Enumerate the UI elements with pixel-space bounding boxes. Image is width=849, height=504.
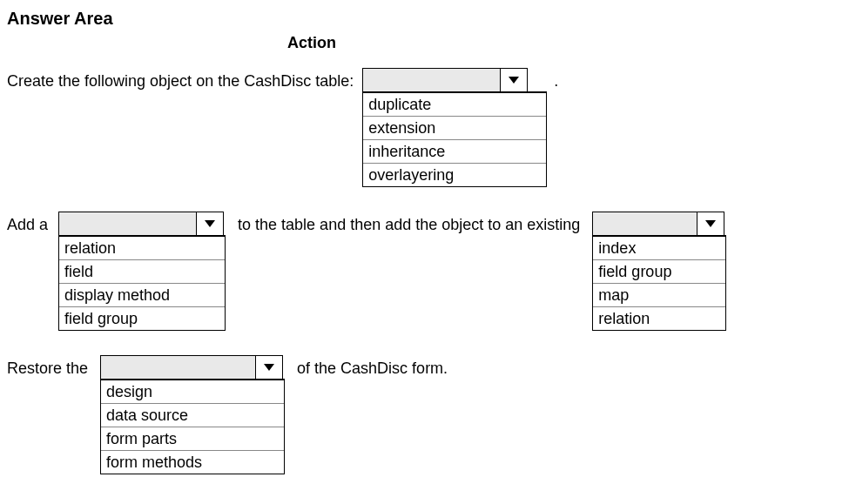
dropdown-option[interactable]: form parts bbox=[101, 427, 284, 451]
chevron-down-icon[interactable] bbox=[500, 69, 527, 91]
dropdown-options-list: index field group map relation bbox=[592, 235, 726, 331]
dropdown-options-list: design data source form parts form metho… bbox=[100, 379, 285, 474]
chevron-down-icon[interactable] bbox=[255, 356, 282, 379]
dropdown-option[interactable]: map bbox=[593, 284, 725, 307]
dropdown-option[interactable]: overlayering bbox=[363, 164, 546, 186]
dropdown-header[interactable] bbox=[58, 212, 224, 236]
dropdown-option[interactable]: field group bbox=[59, 307, 225, 330]
action-heading: Action bbox=[7, 34, 617, 52]
row3-text-before: Restore the bbox=[7, 355, 88, 381]
dropdown-option[interactable]: extension bbox=[363, 117, 546, 140]
svg-marker-2 bbox=[705, 220, 716, 227]
dropdown-selected-value bbox=[101, 356, 255, 379]
row2-text-before: Add a bbox=[7, 212, 48, 238]
dropdown-option[interactable]: duplicate bbox=[363, 93, 546, 117]
chevron-down-icon[interactable] bbox=[697, 212, 724, 235]
dropdown-existing-target[interactable]: index field group map relation bbox=[592, 212, 726, 331]
dropdown-option[interactable]: index bbox=[593, 237, 725, 260]
dropdown-options-list: relation field display method field grou… bbox=[58, 235, 226, 331]
dropdown-header[interactable] bbox=[362, 68, 528, 92]
chevron-down-icon[interactable] bbox=[196, 212, 223, 235]
svg-marker-1 bbox=[205, 220, 215, 227]
dropdown-option[interactable]: field group bbox=[593, 260, 725, 284]
dropdown-option[interactable]: relation bbox=[59, 237, 225, 260]
row1-text-before: Create the following object on the CashD… bbox=[7, 68, 354, 94]
page-title: Answer Area bbox=[7, 9, 842, 29]
row2-text-mid: to the table and then add the object to … bbox=[238, 212, 580, 238]
dropdown-option[interactable]: form methods bbox=[101, 451, 284, 474]
dropdown-option[interactable]: relation bbox=[593, 307, 725, 330]
dropdown-header[interactable] bbox=[100, 355, 283, 380]
svg-marker-3 bbox=[264, 364, 274, 371]
dropdown-option[interactable]: inheritance bbox=[363, 140, 546, 164]
row-add-field: Add a relation field display method fiel… bbox=[7, 212, 842, 331]
dropdown-option[interactable]: field bbox=[59, 260, 225, 284]
dropdown-selected-value bbox=[59, 212, 196, 235]
svg-marker-0 bbox=[509, 77, 519, 84]
dropdown-options-list: duplicate extension inheritance overlaye… bbox=[362, 91, 547, 187]
dropdown-selected-value bbox=[363, 69, 500, 91]
dropdown-restore-target[interactable]: design data source form parts form metho… bbox=[100, 355, 285, 474]
dropdown-option[interactable]: data source bbox=[101, 404, 284, 427]
row3-text-after: of the CashDisc form. bbox=[297, 355, 448, 381]
row-create-object: Create the following object on the CashD… bbox=[7, 68, 842, 187]
row-restore: Restore the design data source form part… bbox=[7, 355, 842, 474]
dropdown-header[interactable] bbox=[592, 212, 724, 236]
dropdown-option[interactable]: display method bbox=[59, 284, 225, 307]
dropdown-selected-value bbox=[593, 212, 697, 235]
dropdown-add-object[interactable]: relation field display method field grou… bbox=[58, 212, 226, 331]
dropdown-option[interactable]: design bbox=[101, 380, 284, 404]
row1-period: . bbox=[554, 68, 558, 94]
dropdown-create-object[interactable]: duplicate extension inheritance overlaye… bbox=[362, 68, 547, 187]
